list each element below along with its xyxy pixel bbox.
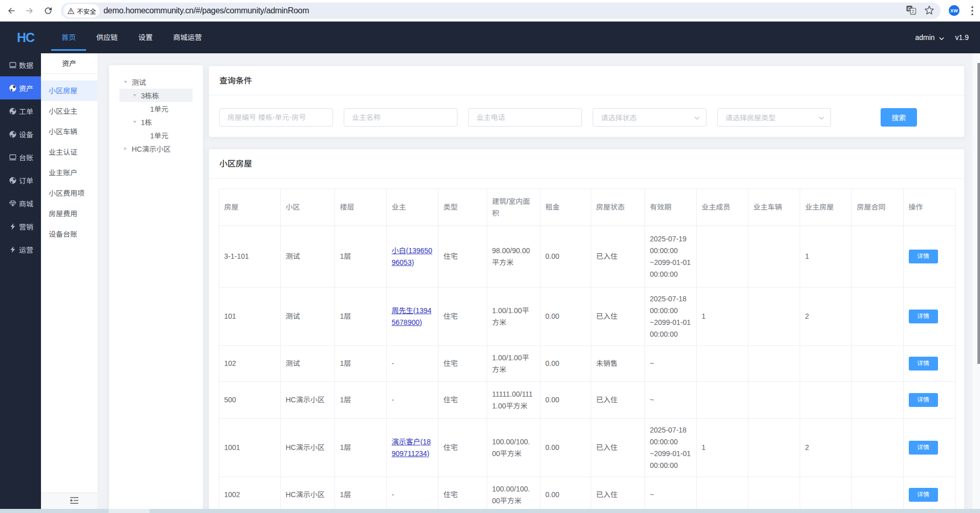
tree-node-1[interactable]: 测试 [119, 75, 193, 89]
detail-button[interactable]: 详情 [909, 357, 938, 371]
reload-icon[interactable] [41, 4, 55, 18]
submenu-item-2[interactable]: 小区业主 [41, 101, 97, 121]
detail-button[interactable]: 详情 [909, 488, 938, 502]
search-input-field-2[interactable] [344, 109, 457, 126]
col-header-7: 租金 [540, 189, 591, 226]
globe-icon [9, 131, 16, 138]
submenu-item-5[interactable]: 业主账户 [41, 162, 97, 183]
col-header-3: 楼层 [335, 189, 386, 226]
rooms-table: 房屋小区楼层业主类型建筑/室内面 积租金房屋状态有效期业主成员业主车辆业主房屋房… [219, 189, 956, 513]
top-nav-item-3[interactable]: 设置 [128, 22, 163, 53]
monitor-icon [9, 61, 16, 69]
browser-toolbar: 不安全 demo.homecommunity.cn/#/pages/commun… [0, 0, 980, 22]
sidebar-item-label: 营销 [19, 221, 33, 232]
cell-3: 1层 [335, 382, 386, 419]
detail-button[interactable]: 详情 [909, 441, 938, 455]
tree-caret-down-icon[interactable] [119, 75, 132, 89]
content-area: 测试3栋栋1单元1栋1单元HC演示小区 查询条件 请选择状态请选择房屋类型搜索 … [97, 53, 980, 509]
browser-menu-icon[interactable] [968, 4, 976, 18]
top-nav-item-2[interactable]: 供应链 [86, 22, 128, 53]
app-logo[interactable]: HC [17, 30, 34, 45]
cell-13 [851, 419, 903, 477]
security-chip[interactable]: 不安全 [64, 4, 99, 17]
top-nav-item-1[interactable]: 首页 [51, 22, 86, 53]
tree-node-6[interactable]: HC演示小区 [119, 142, 193, 155]
search-select-2[interactable]: 请选择房屋类型 [717, 108, 831, 127]
url-bar[interactable]: 不安全 demo.homecommunity.cn/#/pages/commun… [61, 3, 941, 19]
col-header-6: 建筑/室内面 积 [487, 189, 540, 226]
cell-4: - [386, 346, 438, 382]
cell-5: 住宅 [438, 419, 487, 477]
bolt-icon [9, 246, 16, 253]
search-input-field-3[interactable] [469, 109, 581, 126]
table-row-5: 1001HC演示小区1层演示客户(18 909711234)住宅100.00/1… [219, 419, 955, 477]
col-header-12: 业主房屋 [800, 189, 851, 226]
search-select-1[interactable]: 请选择状态 [593, 108, 706, 127]
sidebar-item-3[interactable]: 工单 [0, 99, 41, 122]
submenu-item-3[interactable]: 小区车辆 [41, 121, 97, 142]
forward-icon[interactable] [23, 4, 37, 18]
sidebar-item-9[interactable]: 运营 [0, 238, 41, 261]
cell-11 [748, 419, 800, 477]
tree-caret-down-icon[interactable] [129, 89, 141, 102]
cell-13 [851, 382, 903, 419]
back-icon[interactable] [4, 4, 18, 18]
cell-3: 1层 [335, 346, 386, 382]
cell-3: 1层 [335, 226, 386, 288]
collapse-toggle[interactable] [41, 493, 97, 509]
tree-caret-right-icon[interactable] [119, 142, 132, 155]
sidebar-item-7[interactable]: 商城 [0, 192, 41, 215]
cell-7: 0.00 [540, 382, 591, 419]
owner-link[interactable]: 演示客户(18 909711234) [392, 438, 431, 458]
submenu-item-6[interactable]: 小区费用项 [41, 183, 97, 203]
tree-node-3[interactable]: 1单元 [119, 102, 193, 115]
search-button[interactable]: 搜索 [881, 108, 917, 127]
avatar[interactable]: XW [949, 5, 960, 16]
sidebar-item-8[interactable]: 营销 [0, 215, 41, 238]
top-nav-item-4[interactable]: 商城运营 [163, 22, 212, 53]
cell-12: 2 [800, 288, 851, 346]
detail-button[interactable]: 详情 [909, 393, 938, 407]
app-header: HC 首页供应链设置商城运营 admin v1.9 [0, 22, 980, 53]
detail-button[interactable]: 详情 [909, 310, 938, 323]
sidebar-item-label: 运营 [19, 244, 33, 255]
submenu-item-1[interactable]: 小区房屋 [41, 80, 97, 101]
user-menu[interactable]: admin [915, 33, 934, 42]
search-input-field-1[interactable] [220, 109, 332, 126]
cell-10: 1 [696, 419, 748, 477]
owner-link[interactable]: 周先生(1394 5678900) [392, 306, 432, 326]
cell-6: 11111.00/111 1.00平方米 [487, 382, 540, 419]
cell-13 [851, 346, 903, 382]
translate-icon[interactable]: G 文 [906, 5, 916, 17]
sidebar-item-1[interactable]: 数据 [0, 53, 41, 76]
detail-button[interactable]: 详情 [909, 250, 938, 263]
cell-8: 已入住 [591, 382, 644, 419]
sidebar-item-4[interactable]: 设备 [0, 122, 41, 146]
search-input-3 [468, 108, 582, 127]
table-card: 小区房屋 房屋小区楼层业主类型建筑/室内面 积租金房屋状态有效期业主成员业主车辆… [208, 149, 965, 513]
submenu-item-4[interactable]: 业主认证 [41, 142, 97, 162]
cell-5: 住宅 [438, 477, 487, 513]
scrollbar-thumb[interactable] [977, 63, 980, 364]
tree-caret-down-icon[interactable] [129, 115, 141, 129]
action-cell: 详情 [903, 288, 955, 346]
bookmark-star-icon[interactable] [924, 5, 934, 17]
submenu-item-8[interactable]: 设备台账 [41, 224, 97, 244]
action-cell: 详情 [903, 382, 955, 419]
cell-2: 测试 [280, 288, 335, 346]
sidebar-item-6[interactable]: 订单 [0, 169, 41, 192]
cell-9: 2025-07-19 00:00:00 ~2099-01-01 00:00:00 [644, 226, 696, 288]
owner-cell: 周先生(1394 5678900) [386, 288, 438, 346]
sidebar-item-label: 商城 [19, 198, 33, 209]
warning-icon [68, 8, 74, 14]
submenu-item-7[interactable]: 房屋费用 [41, 203, 97, 224]
community-tree-card: 测试3栋栋1单元1栋1单元HC演示小区 [109, 65, 203, 513]
tree-node-5[interactable]: 1单元 [119, 129, 193, 142]
owner-link[interactable]: 小白(139650 96053) [392, 247, 432, 266]
cell-12 [800, 346, 851, 382]
sidebar-item-2[interactable]: 资产 [0, 76, 41, 99]
tree-node-4[interactable]: 1栋 [119, 115, 193, 129]
sidebar-item-5[interactable]: 台账 [0, 146, 41, 169]
cell-10 [696, 346, 748, 382]
tree-node-2[interactable]: 3栋栋 [119, 89, 193, 102]
